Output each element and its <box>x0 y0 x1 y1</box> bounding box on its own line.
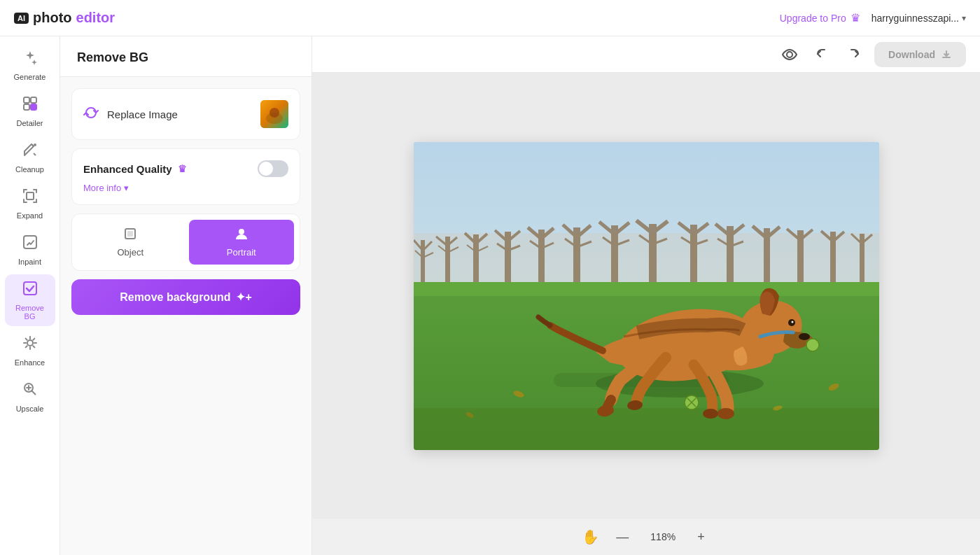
sidebar-item-inpaint-label: Inpaint <box>18 258 41 266</box>
tool-panel-content: Replace Image <box>60 77 312 326</box>
svg-rect-3 <box>31 104 36 110</box>
portrait-tab-label: Portrait <box>227 247 256 258</box>
sidebar-item-inpaint[interactable]: Inpaint <box>5 228 55 272</box>
sidebar-item-remove-bg-label: Remove BG <box>12 304 48 321</box>
mode-tabs: Object Portrait <box>71 213 300 271</box>
main-layout: Generate Detailer <box>0 36 980 555</box>
more-info-label: More info <box>83 183 121 193</box>
sidebar: Generate Detailer <box>0 36 60 555</box>
zoom-bar: ✋ — 118% + <box>312 519 980 555</box>
sidebar-item-enhance[interactable]: Enhance <box>5 329 55 372</box>
download-label: Download <box>888 49 935 60</box>
svg-rect-84 <box>414 408 879 450</box>
logo-photo: photo <box>33 10 72 26</box>
object-tab-icon <box>123 227 137 244</box>
canvas-content[interactable] <box>312 73 980 519</box>
svg-point-16 <box>787 52 792 57</box>
sidebar-item-remove-bg[interactable]: Remove BG <box>5 274 55 326</box>
sidebar-item-enhance-label: Enhance <box>15 358 45 367</box>
sidebar-item-cleanup-label: Cleanup <box>15 165 44 174</box>
remove-bg-label: Remove background <box>120 291 230 304</box>
undo-button[interactable] <box>810 43 834 66</box>
sidebar-item-upscale-label: Upscale <box>16 405 44 413</box>
logo: AI photoeditor <box>14 10 115 26</box>
replace-image-label: Replace Image <box>107 108 252 120</box>
svg-point-8 <box>27 340 33 346</box>
enhanced-quality-label: Enhanced Quality <box>83 163 172 175</box>
canvas-area: Download <box>312 36 980 555</box>
zoom-level: 118% <box>645 531 680 542</box>
sidebar-item-detailer-label: Detailer <box>17 119 43 127</box>
generate-icon <box>22 49 38 70</box>
hand-tool-icon[interactable]: ✋ <box>582 528 599 545</box>
more-info-chevron-icon: ▾ <box>124 183 129 193</box>
image-thumbnail <box>260 100 288 128</box>
svg-point-89 <box>799 333 810 340</box>
enhanced-quality-card: Enhanced Quality ♛ More info ▾ <box>71 148 300 205</box>
svg-point-96 <box>718 408 734 419</box>
object-tab-label: Object <box>117 247 144 258</box>
remove-background-button[interactable]: Remove background ✦+ <box>71 279 300 315</box>
svg-rect-5 <box>27 192 34 199</box>
svg-point-4 <box>34 143 36 146</box>
cleanup-icon <box>22 141 38 162</box>
enhanced-quality-toggle[interactable] <box>258 160 288 177</box>
logo-ai-badge: AI <box>14 13 29 24</box>
tool-panel-title: Remove BG <box>60 36 312 77</box>
svg-rect-6 <box>24 236 36 248</box>
replace-image-card[interactable]: Replace Image <box>71 88 300 140</box>
chevron-down-icon: ▾ <box>962 13 966 23</box>
upgrade-label: Upgrade to Pro <box>780 13 846 24</box>
svg-point-91 <box>791 321 793 323</box>
zoom-out-button[interactable]: — <box>610 527 634 547</box>
more-info-link[interactable]: More info ▾ <box>83 183 288 193</box>
svg-point-15 <box>239 229 244 234</box>
sidebar-item-detailer[interactable]: Detailer <box>5 90 55 133</box>
enhanced-quality-crown-icon: ♛ <box>178 163 187 174</box>
user-menu[interactable]: harryguinnesszapi... ▾ <box>872 13 966 24</box>
sidebar-item-generate[interactable]: Generate <box>5 43 55 87</box>
dog-image-container <box>414 142 879 450</box>
svg-rect-7 <box>24 282 36 295</box>
svg-rect-50 <box>611 225 618 289</box>
expand-icon <box>22 188 38 209</box>
upgrade-to-pro-button[interactable]: Upgrade to Pro ♛ <box>780 11 860 24</box>
svg-rect-2 <box>24 104 29 110</box>
enhanced-quality-header: Enhanced Quality ♛ <box>83 160 288 177</box>
header-right: Upgrade to Pro ♛ harryguinnesszapi... ▾ <box>780 11 966 24</box>
svg-point-12 <box>270 108 279 118</box>
user-name: harryguinnesszapi... <box>872 13 959 24</box>
logo-editor: editor <box>76 10 115 26</box>
download-button[interactable]: Download <box>874 42 966 67</box>
sidebar-item-upscale[interactable]: Upscale <box>5 375 55 419</box>
svg-rect-83 <box>414 282 879 296</box>
detailer-icon <box>22 95 38 116</box>
upscale-icon <box>22 381 38 402</box>
preview-button[interactable] <box>778 43 802 66</box>
canvas-toolbar: Download <box>312 36 980 73</box>
inpaint-icon <box>22 234 38 255</box>
svg-rect-0 <box>24 97 29 103</box>
svg-rect-14 <box>127 231 133 237</box>
enhance-icon <box>22 335 38 356</box>
object-tab[interactable]: Object <box>78 220 183 265</box>
replace-icon <box>83 105 99 124</box>
header: AI photoeditor Upgrade to Pro ♛ harrygui… <box>0 0 980 36</box>
portrait-tab-icon <box>234 227 248 244</box>
enhanced-quality-title: Enhanced Quality ♛ <box>83 163 187 175</box>
svg-rect-1 <box>31 97 36 103</box>
remove-bg-sparkle-icon: ✦+ <box>236 290 251 304</box>
zoom-in-button[interactable]: + <box>692 527 710 547</box>
svg-point-97 <box>703 409 718 419</box>
tool-panel: Remove BG Replace Image <box>60 36 312 555</box>
sidebar-item-expand-label: Expand <box>17 211 43 220</box>
redo-button[interactable] <box>842 43 866 66</box>
sidebar-item-cleanup[interactable]: Cleanup <box>5 136 55 179</box>
portrait-tab[interactable]: Portrait <box>189 220 295 265</box>
remove-bg-icon <box>22 280 38 301</box>
crown-icon: ♛ <box>850 11 860 24</box>
sidebar-item-expand[interactable]: Expand <box>5 182 55 225</box>
sidebar-item-generate-label: Generate <box>14 73 46 81</box>
